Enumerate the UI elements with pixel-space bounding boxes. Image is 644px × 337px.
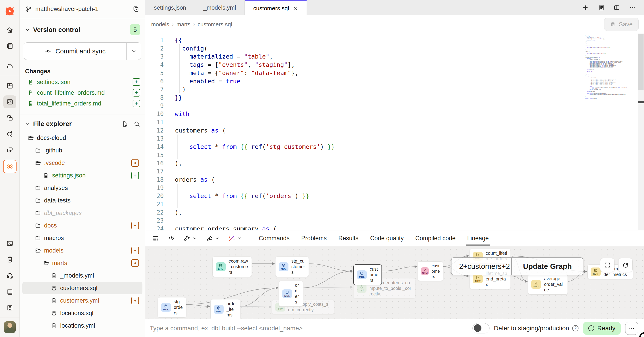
- lineage-node-customers_sem[interactable]: SEMcustomers: [418, 262, 443, 281]
- minimap[interactable]: {{ config( materialized = "table", tags …: [585, 35, 636, 104]
- panel-tab-problems[interactable]: Problems: [301, 230, 327, 246]
- rail-clipboard-icon[interactable]: [3, 253, 16, 266]
- dbt-logo[interactable]: [3, 5, 16, 18]
- chevron-down-icon[interactable]: [215, 236, 220, 241]
- save-button[interactable]: Save: [604, 18, 639, 31]
- panel-tool-wrench[interactable]: [183, 235, 197, 242]
- added-badge[interactable]: +: [132, 100, 140, 107]
- lineage-node-orders_model[interactable]: MDLorders: [279, 281, 303, 307]
- modified-badge[interactable]: [131, 259, 139, 267]
- branch-selector[interactable]: matthewshaver-patch-1: [20, 0, 145, 18]
- change-item-settings.json[interactable]: settings.json+: [20, 77, 145, 87]
- status-ready-button[interactable]: Ready: [583, 322, 621, 335]
- lineage-node-customers_model[interactable]: MDLcustomers: [353, 264, 382, 285]
- close-icon[interactable]: [293, 5, 298, 11]
- breadcrumb-part[interactable]: models: [151, 21, 169, 28]
- lineage-fullscreen-button[interactable]: [600, 258, 614, 272]
- defer-toggle[interactable]: [472, 323, 490, 334]
- commit-and-sync-button[interactable]: Commit and sync: [24, 42, 141, 60]
- scrollbar-thumb[interactable]: [638, 34, 644, 90]
- modified-badge[interactable]: [131, 159, 139, 167]
- tree-item-marts[interactable]: marts: [22, 257, 142, 269]
- rail-home-icon[interactable]: [3, 23, 16, 36]
- code-editor[interactable]: 123456789101112131415161718192021222324 …: [145, 33, 644, 230]
- tree-item-.github[interactable]: .github: [22, 144, 142, 157]
- panel-tool-wand[interactable]: [228, 235, 242, 242]
- tree-item-macros[interactable]: macros: [22, 232, 142, 244]
- lineage-node-order_items[interactable]: MDLorder_items: [210, 299, 240, 319]
- panel-tool-table-filled[interactable]: [152, 235, 159, 242]
- chevron-down-icon[interactable]: [237, 236, 242, 241]
- lineage-canvas[interactable]: TSTtest_supply_costs_sum_correctlyTSTtes…: [145, 246, 644, 319]
- panel-tab-compiled-code[interactable]: Compiled code: [415, 230, 456, 246]
- rail-atom-icon[interactable]: [3, 160, 16, 173]
- change-item-count_lifetime_orders.md[interactable]: count_lifetime_orders.md+: [20, 87, 145, 98]
- code-content[interactable]: {{ config( materialized = "table", tags …: [175, 36, 577, 230]
- panel-tab-lineage[interactable]: Lineage: [467, 230, 488, 246]
- panel-tab-code-quality[interactable]: Code quality: [370, 230, 404, 246]
- added-badge[interactable]: +: [131, 172, 139, 179]
- rail-terminal-icon[interactable]: [3, 237, 16, 250]
- chevron-down-icon[interactable]: [192, 236, 197, 241]
- rail-search-insights-icon[interactable]: [3, 128, 16, 141]
- rail-grid-icon[interactable]: [3, 79, 16, 92]
- tree-item-_models.yml[interactable]: _models.yml: [22, 269, 142, 282]
- panel-tab-commands[interactable]: Commands: [259, 230, 290, 246]
- rail-code-window-icon[interactable]: [3, 95, 16, 108]
- modified-badge[interactable]: [131, 222, 139, 229]
- tab-_models.yml[interactable]: _models.yml: [195, 0, 245, 15]
- breadcrumb-part[interactable]: customers.sql: [198, 21, 232, 28]
- new-file-icon[interactable]: [122, 121, 128, 127]
- tab-settings.json[interactable]: settings.json: [145, 0, 195, 15]
- lineage-node-average_order_value[interactable]: METaverage_order_value: [528, 274, 568, 295]
- tree-item-settings.json[interactable]: settings.json+: [22, 169, 142, 182]
- ellipsis-icon[interactable]: [628, 3, 637, 12]
- plus-icon[interactable]: [580, 3, 590, 12]
- tree-item-docs[interactable]: docs: [22, 219, 142, 232]
- panel-tab-results[interactable]: Results: [338, 230, 358, 246]
- lineage-selector-input[interactable]: 2+customers+2: [452, 258, 512, 275]
- added-badge[interactable]: +: [132, 78, 140, 86]
- copy-diff-icon[interactable]: [132, 6, 139, 12]
- tree-item-locations.yml[interactable]: locations.yml: [22, 319, 142, 332]
- tree-item-docs-cloud[interactable]: docs-cloud: [22, 132, 142, 144]
- tree-item-.vscode[interactable]: .vscode: [22, 157, 142, 169]
- tree-item-dbt_packages[interactable]: dbt_packages: [22, 207, 142, 219]
- panel-tool-code-tag[interactable]: [168, 235, 175, 242]
- panel-tool-broom[interactable]: [206, 235, 220, 242]
- tab-customers.sql[interactable]: customers.sql: [245, 0, 306, 15]
- tree-item-customers.sql[interactable]: customers.sql: [22, 282, 142, 294]
- commit-options-caret[interactable]: [126, 43, 141, 60]
- added-badge[interactable]: +: [132, 89, 140, 96]
- tree-item-locations.sql[interactable]: locations.sql: [22, 307, 142, 319]
- lineage-refresh-button[interactable]: [618, 258, 632, 272]
- lineage-node-stg_orders[interactable]: MDLstg_orders: [158, 297, 186, 318]
- tree-item-customers.yml[interactable]: customers.yml: [22, 294, 142, 307]
- user-avatar[interactable]: [4, 321, 16, 333]
- lineage-node-raw_customers[interactable]: SRCecom.raw_customers: [212, 257, 252, 277]
- change-item-total_lifetime_orders.md[interactable]: total_lifetime_orders.md+: [20, 98, 145, 109]
- modified-badge[interactable]: [131, 247, 139, 254]
- chevron-down-icon[interactable]: [24, 121, 30, 127]
- modified-badge[interactable]: [131, 297, 139, 304]
- tree-item-analyses[interactable]: analyses: [22, 182, 142, 194]
- search-icon[interactable]: [134, 121, 140, 127]
- update-graph-button[interactable]: Update Graph: [512, 258, 583, 275]
- rail-windows-icon[interactable]: [3, 144, 16, 157]
- help-icon[interactable]: ?: [572, 325, 578, 332]
- more-options-button[interactable]: [625, 322, 638, 335]
- notebook-icon[interactable]: [596, 3, 606, 12]
- breadcrumb-part[interactable]: marts: [176, 21, 190, 28]
- rail-headset-icon[interactable]: [3, 269, 16, 282]
- chevron-down-icon[interactable]: [24, 27, 30, 33]
- rail-archive-icon[interactable]: [3, 59, 16, 72]
- command-input[interactable]: Type a command, ex. dbt build --select <…: [145, 319, 465, 337]
- lineage-node-stg_customers[interactable]: MDLstg_customers: [275, 257, 309, 277]
- split-view-icon[interactable]: [612, 3, 622, 12]
- rail-select-area-icon[interactable]: [3, 111, 16, 124]
- editor-scrollbar[interactable]: [638, 33, 644, 230]
- rail-notebook-icon[interactable]: [3, 39, 16, 52]
- rail-building-icon[interactable]: [3, 301, 16, 314]
- rail-docs-book-icon[interactable]: [3, 285, 16, 298]
- tree-item-models[interactable]: models: [22, 244, 142, 257]
